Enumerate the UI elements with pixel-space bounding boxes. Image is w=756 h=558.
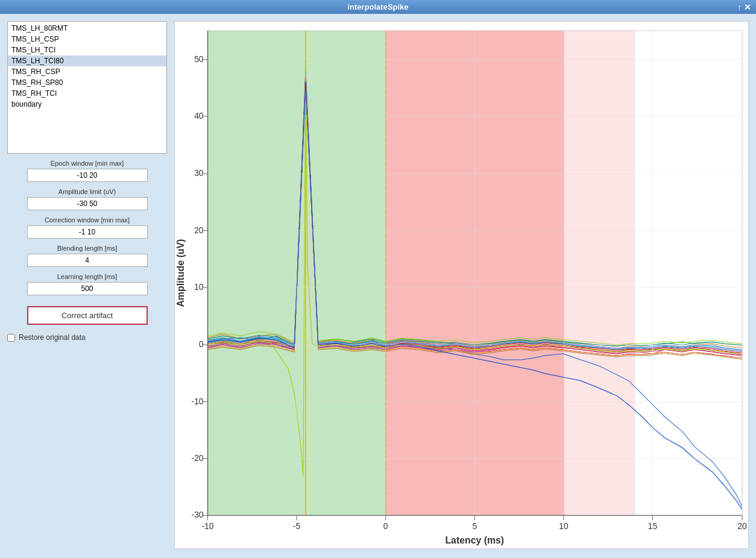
svg-rect-4 xyxy=(564,31,635,515)
correct-btn-container: Correct artifact xyxy=(7,301,167,325)
svg-text:30: 30 xyxy=(194,168,204,178)
restore-label: Restore original data xyxy=(19,333,86,342)
blending-length-label: Blending length [ms] xyxy=(57,245,118,252)
restore-checkbox[interactable] xyxy=(7,334,15,342)
channel-list-items: TMS_LH_80RMT TMS_LH_CSP TMS_LH_TCI TMS_L… xyxy=(8,22,166,111)
amplitude-limit-group: Amplitude limit (uV) xyxy=(7,188,167,210)
svg-text:-10: -10 xyxy=(192,397,204,406)
svg-text:10: 10 xyxy=(559,521,569,531)
svg-text:20: 20 xyxy=(737,521,747,531)
svg-text:-20: -20 xyxy=(192,453,204,463)
epoch-window-label: Epoch window [min max] xyxy=(51,160,124,167)
channel-item[interactable]: TMS_LH_CSP xyxy=(8,34,166,45)
y-axis-label: Amplitude (uV) xyxy=(175,239,186,307)
svg-text:-5: -5 xyxy=(293,521,301,531)
restore-row: Restore original data xyxy=(7,333,167,342)
correction-window-label: Correction window [min max] xyxy=(45,216,130,224)
channel-item[interactable]: TMS_RH_SP80 xyxy=(8,77,166,88)
epoch-window-group: Epoch window [min max] xyxy=(7,160,167,182)
blending-length-input[interactable] xyxy=(27,254,148,267)
svg-text:-30: -30 xyxy=(192,510,204,519)
svg-text:20: 20 xyxy=(194,225,204,235)
channel-item[interactable]: TMS_LH_80RMT xyxy=(8,23,166,34)
blending-length-group: Blending length [ms] xyxy=(7,245,167,267)
x-axis-label: Latency (ms) xyxy=(445,535,504,545)
channel-item-selected[interactable]: TMS_LH_TCI80 xyxy=(8,55,166,66)
chart-area: -10 -5 0 5 10 15 20 50 40 xyxy=(174,21,749,549)
amplitude-limit-label: Amplitude limit (uV) xyxy=(58,188,116,195)
svg-text:15: 15 xyxy=(648,521,658,531)
channel-item[interactable]: boundary xyxy=(8,99,166,110)
learning-length-label: Learning length [ms] xyxy=(57,273,118,280)
epoch-window-input[interactable] xyxy=(27,169,148,182)
channel-item[interactable]: TMS_RH_TCI xyxy=(8,88,166,99)
svg-text:10: 10 xyxy=(194,282,204,292)
svg-text:0: 0 xyxy=(383,521,388,531)
svg-text:40: 40 xyxy=(194,111,204,121)
correction-window-group: Correction window [min max] xyxy=(7,216,167,239)
title-bar: interpolateSpike ↑ ✕ xyxy=(0,0,756,14)
svg-text:50: 50 xyxy=(194,54,204,64)
learning-length-input[interactable] xyxy=(27,282,148,295)
channel-list[interactable]: TMS_LH_80RMT TMS_LH_CSP TMS_LH_TCI TMS_L… xyxy=(7,21,167,154)
window-title: interpolateSpike xyxy=(347,2,408,11)
correction-window-input[interactable] xyxy=(27,225,148,239)
svg-text:0: 0 xyxy=(199,339,204,349)
close-button[interactable]: ✕ xyxy=(744,2,751,12)
chart-svg: -10 -5 0 5 10 15 20 50 40 xyxy=(175,22,748,548)
title-bar-controls[interactable]: ↑ ✕ xyxy=(737,2,751,12)
svg-rect-3 xyxy=(386,31,564,515)
svg-text:5: 5 xyxy=(472,521,477,531)
left-panel: TMS_LH_80RMT TMS_LH_CSP TMS_LH_TCI TMS_L… xyxy=(7,21,167,549)
svg-text:-10: -10 xyxy=(201,521,213,531)
main-container: TMS_LH_80RMT TMS_LH_CSP TMS_LH_TCI TMS_L… xyxy=(0,14,756,556)
amplitude-limit-input[interactable] xyxy=(27,197,148,210)
correct-artifact-button[interactable]: Correct artifact xyxy=(27,306,148,325)
learning-length-group: Learning length [ms] xyxy=(7,273,167,295)
maximize-button[interactable]: ↑ xyxy=(737,2,742,12)
channel-item[interactable]: TMS_RH_CSP xyxy=(8,66,166,77)
channel-item[interactable]: TMS_LH_TCI xyxy=(8,45,166,55)
